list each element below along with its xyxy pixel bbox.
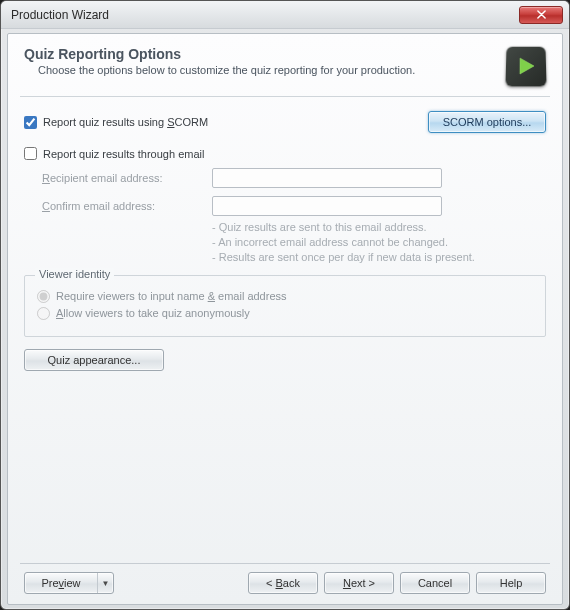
page-subtitle: Choose the options below to customize th…	[38, 64, 498, 76]
scorm-checkbox-row[interactable]: Report quiz results using SCORM	[24, 116, 208, 129]
next-button[interactable]: Next >	[324, 572, 394, 594]
chevron-down-icon: ▼	[102, 579, 110, 588]
email-hint: Results are sent once per day if new dat…	[212, 250, 546, 265]
wizard-footer: Preview ▼ < Back Next > Cancel Help	[24, 572, 546, 594]
scorm-checkbox[interactable]	[24, 116, 37, 129]
anonymous-radio-row[interactable]: Allow viewers to take quiz anonymously	[37, 307, 533, 320]
close-icon	[537, 10, 546, 19]
window-title: Production Wizard	[11, 8, 109, 22]
back-button[interactable]: < Back	[248, 572, 318, 594]
production-wizard-window: Production Wizard Quiz Reporting Options…	[0, 0, 570, 610]
help-button[interactable]: Help	[476, 572, 546, 594]
require-identity-radio-row[interactable]: Require viewers to input name & email ad…	[37, 290, 533, 303]
quiz-appearance-button[interactable]: Quiz appearance...	[24, 349, 164, 371]
email-checkbox-row[interactable]: Report quiz results through email	[24, 147, 546, 160]
email-checkbox[interactable]	[24, 147, 37, 160]
email-hint: Quiz results are sent to this email addr…	[212, 220, 546, 235]
preview-button-label: Preview	[25, 573, 97, 593]
page-header: Quiz Reporting Options Choose the option…	[24, 46, 546, 86]
email-hint: An incorrect email address cannot be cha…	[212, 235, 546, 250]
app-logo-icon	[505, 47, 546, 87]
anonymous-label: Allow viewers to take quiz anonymously	[56, 307, 250, 319]
preview-split-button[interactable]: Preview ▼	[24, 572, 114, 594]
email-hints: Quiz results are sent to this email addr…	[212, 220, 546, 265]
cancel-button[interactable]: Cancel	[400, 572, 470, 594]
require-identity-radio[interactable]	[37, 290, 50, 303]
viewer-identity-group: Viewer identity Require viewers to input…	[24, 275, 546, 337]
viewer-identity-legend: Viewer identity	[35, 268, 114, 280]
recipient-email-input[interactable]	[212, 168, 442, 188]
close-button[interactable]	[519, 6, 563, 24]
confirm-label: Confirm email address:	[42, 200, 202, 212]
preview-dropdown-toggle[interactable]: ▼	[97, 573, 113, 593]
scorm-options-button[interactable]: SCORM options...	[428, 111, 546, 133]
titlebar: Production Wizard	[1, 1, 569, 29]
email-checkbox-label: Report quiz results through email	[43, 148, 204, 160]
page-title: Quiz Reporting Options	[24, 46, 498, 62]
content-panel: Quiz Reporting Options Choose the option…	[7, 33, 563, 605]
confirm-email-input[interactable]	[212, 196, 442, 216]
require-identity-label: Require viewers to input name & email ad…	[56, 290, 287, 302]
recipient-label: Recipient email address:	[42, 172, 202, 184]
footer-divider	[20, 563, 550, 564]
anonymous-radio[interactable]	[37, 307, 50, 320]
scorm-checkbox-label: Report quiz results using SCORM	[43, 116, 208, 128]
svg-marker-0	[520, 58, 534, 74]
header-divider	[20, 96, 550, 97]
